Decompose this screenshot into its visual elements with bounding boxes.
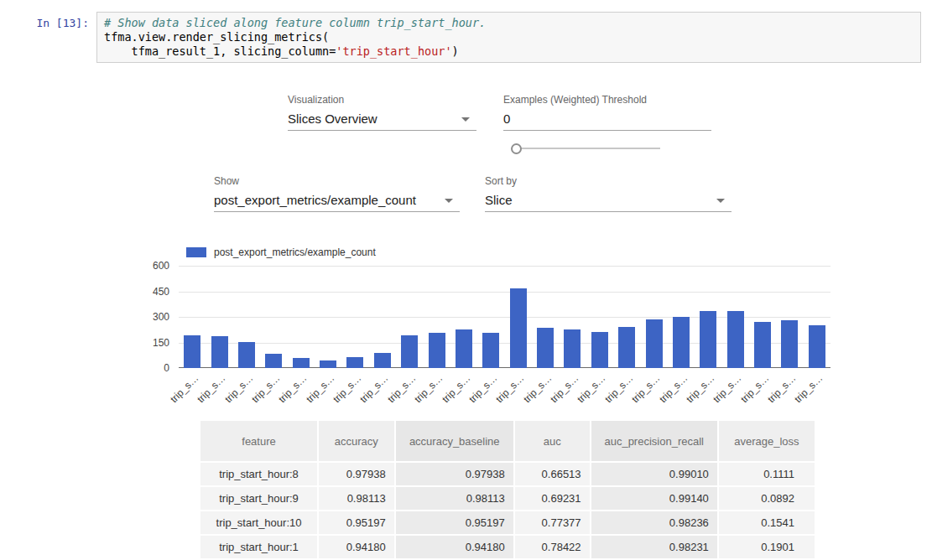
bar-band [341,266,368,368]
code-string-literal: 'trip_start_hour' [336,44,451,58]
x-axis: trip_s…trip_s…trip_s…trip_s…trip_s…trip_… [179,371,830,406]
y-tick-label: 150 [126,337,169,349]
bar[interactable] [456,329,472,368]
bar[interactable] [564,329,581,368]
code-editor[interactable]: # Show data sliced along feature column … [96,12,921,63]
code-call-line: tfma.view.render_slicing_metrics( [104,30,329,44]
table-body: trip_start_hour:80.979380.979380.665130.… [200,463,815,558]
bar-band [505,266,532,368]
threshold-label: Examples (Weighted) Threshold [503,94,711,106]
threshold-input[interactable]: 0 [503,110,711,131]
bar-band [776,266,803,368]
bar[interactable] [646,319,663,368]
bar[interactable] [482,333,499,368]
metric-cell: 0.1901 [719,536,815,558]
bar[interactable] [700,311,716,368]
bar-band [613,266,640,368]
legend-label: post_export_metrics/example_count [214,246,376,258]
threshold-control: Examples (Weighted) Threshold 0 [503,94,711,131]
bar-chart-plot [179,266,830,368]
bar[interactable] [618,327,635,368]
bar[interactable] [591,332,608,368]
bar[interactable] [754,322,771,368]
bar-band [288,266,315,368]
visualization-control: Visualization Slices Overview [288,94,476,131]
metric-cell: 0.78422 [515,536,590,558]
metric-cell: 0.77377 [515,511,590,534]
table-row: trip_start_hour:80.979380.979380.665130.… [200,463,815,485]
bar-band [695,266,721,368]
y-tick-label: 0 [126,362,169,374]
show-metric-control: Show post_export_metrics/example_count [214,175,460,212]
slider-thumb[interactable] [511,143,522,154]
metric-cell: 0.69231 [515,487,590,510]
bar[interactable] [781,320,798,368]
bar-band [260,266,287,368]
bar[interactable] [537,328,554,368]
bar-band [423,266,450,368]
code-args: tfma_result_1, slicing_column= [104,44,336,58]
metrics-table: featureaccuracyaccuracy_baselineaucauc_p… [199,419,816,560]
bar[interactable] [401,335,418,368]
feature-cell: trip_start_hour:8 [200,463,317,485]
sort-by-label: Sort by [485,175,732,187]
y-axis: 0150300450600 [126,266,169,368]
bar-band [477,266,504,368]
metric-cell: 0.99140 [591,487,717,510]
bar-band [369,266,396,368]
metric-cell: 0.66513 [515,463,590,485]
bar[interactable] [346,357,363,368]
metric-cell: 0.98113 [319,487,394,510]
metrics-table-container: featureaccuracyaccuracy_baselineaucauc_p… [199,419,816,560]
threshold-value: 0 [503,111,510,126]
bar-band [396,266,423,368]
metric-cell: 0.0892 [719,487,815,510]
bar-band [450,266,477,368]
metric-cell: 0.1111 [719,463,815,485]
bar-band [179,266,206,368]
feature-cell: trip_start_hour:1 [200,536,317,558]
metric-cell: 0.99010 [591,463,717,485]
bar[interactable] [809,325,825,368]
bar-band [233,266,260,368]
table-row: trip_start_hour:10.941800.941800.784220.… [200,536,815,558]
bar-band [749,266,776,368]
sort-by-value: Slice [485,193,513,207]
table-header-row: featureaccuracyaccuracy_baselineaucauc_p… [200,421,815,461]
code-comment: # Show data sliced along feature column … [104,16,486,29]
threshold-slider[interactable] [511,143,660,154]
column-header: auc [515,421,590,461]
chevron-down-icon [461,117,470,122]
bar[interactable] [374,353,391,368]
sort-by-select[interactable]: Slice [485,191,732,212]
bar[interactable] [727,311,744,368]
feature-cell: trip_start_hour:9 [200,487,317,510]
metric-cell: 0.98231 [591,536,717,558]
bar[interactable] [320,360,336,368]
code-close-paren: ) [452,44,459,58]
metric-cell: 0.97938 [396,463,513,485]
slider-track[interactable] [517,148,660,149]
x-tick: trip_s… [804,371,830,406]
visualization-select[interactable]: Slices Overview [288,110,476,131]
page: In [13]: # Show data sliced along featur… [0,0,932,560]
bar-band [559,266,586,368]
visualization-label: Visualization [288,94,476,106]
bar[interactable] [510,288,527,368]
bar[interactable] [429,333,445,368]
bar[interactable] [265,354,282,368]
column-header: accuracy_baseline [396,421,513,461]
show-metric-value: post_export_metrics/example_count [214,193,416,207]
bar[interactable] [293,358,310,368]
bar-band [532,266,559,368]
bar-series [179,266,830,368]
metric-cell: 0.95197 [396,511,513,534]
show-metric-select[interactable]: post_export_metrics/example_count [214,191,460,212]
bar[interactable] [211,336,228,368]
metric-cell: 0.94180 [319,536,394,558]
table-row: trip_start_hour:90.981130.981130.692310.… [200,487,815,510]
bar[interactable] [184,335,200,368]
bar[interactable] [673,317,690,368]
bar[interactable] [238,342,255,368]
y-tick-label: 450 [126,286,169,298]
